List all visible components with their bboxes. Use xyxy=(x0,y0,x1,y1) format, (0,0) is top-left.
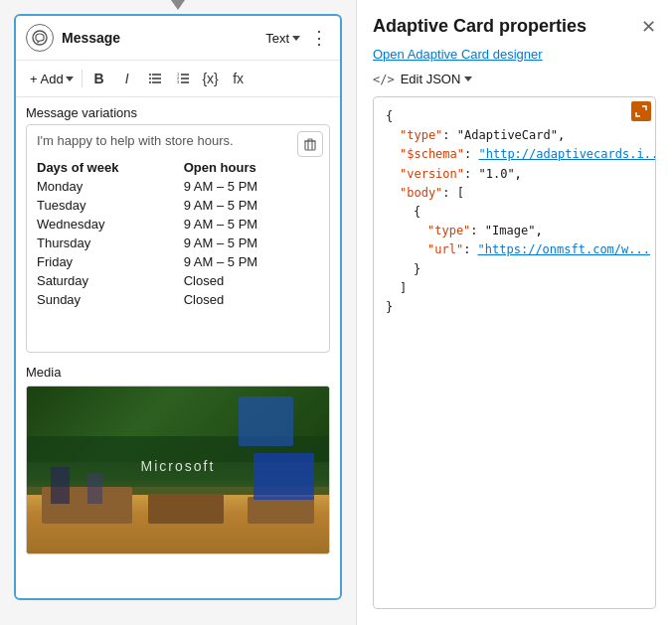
edit-json-button[interactable]: Edit JSON xyxy=(401,72,473,86)
add-button[interactable]: + Add xyxy=(26,70,78,88)
open-designer-link[interactable]: Open Adaptive Card designer xyxy=(373,47,656,62)
svg-rect-13 xyxy=(305,141,315,150)
media-section: Media Microsoft xyxy=(16,357,340,562)
microsoft-logo-text: Microsoft xyxy=(141,458,216,474)
table-row: Thursday9 AM – 5 PM xyxy=(37,234,319,252)
svg-point-4 xyxy=(149,74,151,76)
edit-json-label: Edit JSON xyxy=(401,72,461,86)
properties-panel: Adaptive Card properties ✕ Open Adaptive… xyxy=(356,0,672,625)
panel-title: Adaptive Card properties xyxy=(373,16,587,37)
store-hours-table: Days of week Open hours Monday9 AM – 5 P… xyxy=(37,158,319,309)
variation-text: I'm happy to help with store hours. xyxy=(37,133,319,148)
toolbar-separator xyxy=(82,70,83,87)
media-box: Microsoft xyxy=(26,386,330,554)
close-button[interactable]: ✕ xyxy=(641,18,656,36)
table-row: Friday9 AM – 5 PM xyxy=(37,252,319,271)
svg-point-6 xyxy=(149,81,151,83)
code-icon: </> xyxy=(373,73,395,86)
store-image: Microsoft xyxy=(27,387,329,553)
message-card: Message Text ⋮ + Add B I xyxy=(14,14,342,600)
more-options-button[interactable]: ⋮ xyxy=(308,29,330,47)
media-label: Media xyxy=(26,365,330,380)
variations-section: Message variations I'm happy to help wit… xyxy=(16,97,340,357)
message-header: Message Text ⋮ xyxy=(16,16,340,61)
message-title: Message xyxy=(62,30,257,46)
delete-variation-button[interactable] xyxy=(297,131,323,157)
json-code: { "type": "AdaptiveCard", "$schema": "ht… xyxy=(386,107,643,317)
italic-button[interactable]: I xyxy=(114,66,140,91)
toolbar: + Add B I 123 {x} fx xyxy=(16,61,340,97)
table-row: SaturdayClosed xyxy=(37,271,319,290)
json-editor[interactable]: { "type": "AdaptiveCard", "$schema": "ht… xyxy=(373,96,656,609)
table-row: SundayClosed xyxy=(37,290,319,309)
variations-box: I'm happy to help with store hours. Days… xyxy=(26,124,330,353)
table-row: Tuesday9 AM – 5 PM xyxy=(37,196,319,215)
table-row: Monday9 AM – 5 PM xyxy=(37,177,319,196)
variable-button[interactable]: {x} xyxy=(198,66,224,91)
message-type-button[interactable]: Text xyxy=(265,31,300,46)
left-panel: Message Text ⋮ + Add B I xyxy=(0,0,356,625)
variations-label: Message variations xyxy=(26,105,330,120)
unordered-list-button[interactable] xyxy=(142,66,168,91)
expand-editor-button[interactable] xyxy=(631,101,651,121)
message-icon xyxy=(26,24,54,52)
ordered-list-button[interactable]: 123 xyxy=(170,66,196,91)
table-header-hours: Open hours xyxy=(184,158,319,177)
add-chevron-icon xyxy=(66,77,74,81)
table-row: Wednesday9 AM – 5 PM xyxy=(37,215,319,234)
message-type-label: Text xyxy=(265,31,289,46)
bold-button[interactable]: B xyxy=(86,66,112,91)
add-label: + Add xyxy=(30,72,64,86)
edit-json-chevron-icon xyxy=(464,77,472,81)
table-header-days: Days of week xyxy=(37,158,184,177)
svg-text:3: 3 xyxy=(177,79,180,84)
edit-json-row: </> Edit JSON xyxy=(373,72,656,86)
svg-point-5 xyxy=(149,78,151,79)
chevron-down-icon xyxy=(292,36,300,41)
formula-button[interactable]: fx xyxy=(226,66,252,91)
arrow-down-icon xyxy=(171,0,185,10)
panel-header: Adaptive Card properties ✕ xyxy=(373,16,656,37)
